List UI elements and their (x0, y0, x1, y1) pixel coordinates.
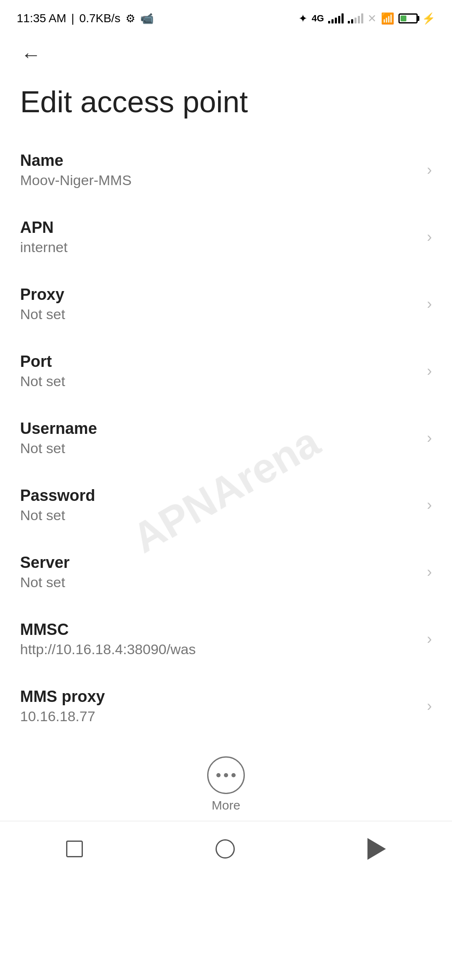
settings-item-content-username: Username Not set (20, 420, 419, 456)
settings-item-value-apn: internet (20, 239, 419, 255)
status-right: ✦ 4G ✕ 📶 ⚡ (298, 12, 435, 25)
time: 11:35 AM (17, 12, 66, 25)
network-speed: 0.7KB/s (80, 12, 121, 25)
settings-item-content-proxy: Proxy Not set (20, 286, 419, 322)
settings-item-mmsc[interactable]: MMSC http://10.16.18.4:38090/was › (0, 606, 452, 673)
settings-item-label-server: Server (20, 554, 419, 572)
chevron-icon-server: › (427, 563, 432, 581)
settings-item-mms-proxy[interactable]: MMS proxy 10.16.18.77 › (0, 673, 452, 740)
settings-item-proxy[interactable]: Proxy Not set › (0, 271, 452, 338)
network-4g-label: 4G (312, 13, 324, 24)
chevron-icon-name: › (427, 161, 432, 179)
bolt-icon: ⚡ (422, 12, 435, 25)
more-icon (207, 756, 245, 794)
chevron-icon-apn: › (427, 228, 432, 246)
settings-item-value-name: Moov-Niger-MMS (20, 172, 419, 188)
settings-item-label-apn: APN (20, 219, 419, 237)
recent-apps-icon (66, 841, 83, 857)
toolbar: ← (0, 34, 452, 75)
settings-item-label-name: Name (20, 152, 419, 170)
chevron-icon-mmsc: › (427, 630, 432, 648)
settings-item-label-port: Port (20, 353, 419, 371)
video-icon: 📹 (140, 12, 154, 25)
settings-list: Name Moov-Niger-MMS › APN internet › Pro… (0, 137, 452, 740)
chevron-icon-username: › (427, 429, 432, 447)
more-dots (216, 773, 236, 777)
settings-item-password[interactable]: Password Not set › (0, 472, 452, 539)
settings-item-value-proxy: Not set (20, 306, 419, 322)
chevron-icon-password: › (427, 496, 432, 514)
settings-item-value-port: Not set (20, 373, 419, 389)
status-left: 11:35 AM | 0.7KB/s ⚙ 📹 (17, 12, 154, 25)
more-button[interactable]: More (207, 756, 245, 812)
no-signal-icon: ✕ (367, 12, 377, 25)
back-arrow-icon: ← (21, 44, 41, 66)
settings-item-value-server: Not set (20, 574, 419, 591)
settings-item-label-mms-proxy: MMS proxy (20, 688, 419, 706)
dot-2 (224, 773, 228, 777)
settings-item-value-username: Not set (20, 440, 419, 456)
settings-item-label-password: Password (20, 487, 419, 505)
settings-item-content-port: Port Not set (20, 353, 419, 389)
settings-item-content-password: Password Not set (20, 487, 419, 524)
nav-recent-button[interactable] (49, 836, 100, 861)
signal-bars-1 (328, 13, 344, 23)
battery (398, 13, 418, 23)
settings-item-server[interactable]: Server Not set › (0, 539, 452, 606)
status-bar: 11:35 AM | 0.7KB/s ⚙ 📹 ✦ 4G ✕ 📶 ⚡ (0, 0, 452, 34)
dot-3 (231, 773, 236, 777)
chevron-icon-proxy: › (427, 295, 432, 313)
wifi-icon: 📶 (381, 12, 394, 25)
nav-bar (0, 821, 452, 885)
settings-item-username[interactable]: Username Not set › (0, 405, 452, 472)
settings-item-value-mmsc: http://10.16.18.4:38090/was (20, 641, 419, 658)
more-label: More (212, 798, 240, 812)
home-icon (216, 839, 235, 859)
settings-item-content-server: Server Not set (20, 554, 419, 591)
settings-item-value-password: Not set (20, 507, 419, 524)
settings-item-name[interactable]: Name Moov-Niger-MMS › (0, 137, 452, 204)
settings-icon: ⚙ (126, 12, 135, 25)
more-section: More (0, 740, 452, 821)
settings-item-content-mms-proxy: MMS proxy 10.16.18.77 (20, 688, 419, 725)
dot-1 (216, 773, 221, 777)
settings-item-port[interactable]: Port Not set › (0, 338, 452, 405)
bluetooth-icon: ✦ (298, 12, 308, 25)
settings-item-content-mmsc: MMSC http://10.16.18.4:38090/was (20, 621, 419, 658)
separator: | (71, 12, 74, 25)
back-button[interactable]: ← (17, 39, 45, 70)
nav-back-button[interactable] (351, 834, 403, 864)
nav-home-button[interactable] (199, 835, 252, 863)
signal-bars-2 (348, 13, 363, 23)
back-icon (367, 838, 386, 860)
settings-item-value-mms-proxy: 10.16.18.77 (20, 708, 419, 725)
settings-item-content-apn: APN internet (20, 219, 419, 255)
chevron-icon-port: › (427, 362, 432, 380)
settings-item-content-name: Name Moov-Niger-MMS (20, 152, 419, 188)
settings-item-label-mmsc: MMSC (20, 621, 419, 639)
settings-item-label-proxy: Proxy (20, 286, 419, 304)
chevron-icon-mms-proxy: › (427, 697, 432, 715)
settings-item-apn[interactable]: APN internet › (0, 204, 452, 271)
settings-item-label-username: Username (20, 420, 419, 438)
page-title: Edit access point (0, 75, 452, 137)
